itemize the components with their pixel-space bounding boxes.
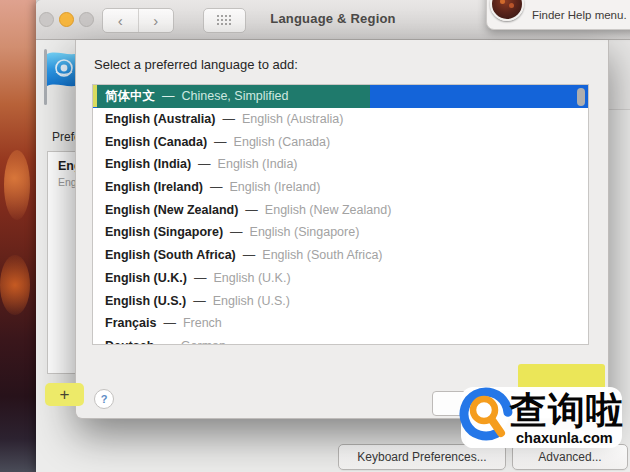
language-secondary: English (Australia) xyxy=(242,112,343,126)
annotation-highlight-yellow xyxy=(92,84,97,107)
language-primary: English (India) xyxy=(105,157,191,171)
language-list-item[interactable]: English (U.S.)—English (U.S.) xyxy=(93,289,588,312)
dash-separator: — xyxy=(198,157,211,171)
magnifier-logo-icon xyxy=(456,383,518,453)
language-primary: English (Australia) xyxy=(105,112,215,126)
language-secondary: German xyxy=(181,339,226,345)
language-secondary: English (Ireland) xyxy=(229,180,320,194)
language-list-item[interactable]: Deutsch—German xyxy=(93,335,588,345)
language-secondary: English (Canada) xyxy=(234,135,331,149)
language-secondary: English (U.K.) xyxy=(213,271,290,285)
language-list-item[interactable]: English (Canada)—English (Canada) xyxy=(93,130,588,153)
language-secondary: Chinese, Simplified xyxy=(182,89,289,103)
dash-separator: — xyxy=(162,89,175,103)
wallpaper-flower-highlight xyxy=(4,150,30,220)
language-primary: English (U.S.) xyxy=(105,294,186,308)
language-primary: 简体中文 xyxy=(105,88,155,105)
language-secondary: English (India) xyxy=(218,157,298,171)
language-secondary: English (U.S.) xyxy=(213,294,290,308)
dash-separator: — xyxy=(230,225,243,239)
tooltip-text: Finder Help menu. xyxy=(532,9,627,21)
language-primary: English (South Africa) xyxy=(105,248,236,262)
dash-separator: — xyxy=(194,271,207,285)
desktop-wallpaper xyxy=(0,0,36,472)
help-button[interactable]: ? xyxy=(94,389,114,409)
language-list-item[interactable]: English (India)—English (India) xyxy=(93,153,588,176)
language-secondary: English (New Zealand) xyxy=(265,203,391,217)
dash-separator: — xyxy=(210,180,223,194)
wallpaper-flower-highlight xyxy=(0,255,30,315)
language-list-item[interactable]: English (South Africa)—English (South Af… xyxy=(93,244,588,267)
language-primary: English (New Zealand) xyxy=(105,203,238,217)
language-primary: English (Canada) xyxy=(105,135,207,149)
dash-separator: — xyxy=(193,294,206,308)
language-list-item[interactable]: Français—French xyxy=(93,312,588,335)
language-list-item[interactable]: English (U.K.)—English (U.K.) xyxy=(93,267,588,290)
language-primary: English (Singapore) xyxy=(105,225,223,239)
scrollbar-thumb[interactable] xyxy=(577,88,585,106)
language-primary: Deutsch xyxy=(105,339,154,345)
dash-separator: — xyxy=(214,135,227,149)
dash-separator: — xyxy=(163,316,176,330)
watermark-domain: chaxunla.com xyxy=(516,430,613,446)
pane-background-band xyxy=(609,40,630,110)
language-list-item[interactable]: English (Singapore)—English (Singapore) xyxy=(93,221,588,244)
dash-separator: — xyxy=(243,248,256,262)
language-list-item[interactable]: English (New Zealand)—English (New Zeala… xyxy=(93,198,588,221)
dash-separator: — xyxy=(222,112,235,126)
watermark: 查询啦 chaxunla.com xyxy=(452,380,630,452)
language-primary: English (Ireland) xyxy=(105,180,203,194)
language-list-item[interactable]: English (Australia)—English (Australia) xyxy=(93,108,588,131)
language-list[interactable]: 简体中文—Chinese, SimplifiedEnglish (Austral… xyxy=(92,84,589,345)
dash-separator: — xyxy=(245,203,258,217)
finder-help-tooltip: Finder Help menu. xyxy=(486,0,630,30)
watermark-brand: 查询啦 xyxy=(510,386,624,436)
language-secondary: English (Singapore) xyxy=(250,225,360,239)
add-language-plus-button[interactable]: + xyxy=(45,383,84,406)
sheet-prompt: Select a preferred language to add: xyxy=(94,57,298,72)
language-secondary: English (South Africa) xyxy=(262,248,382,262)
language-list-item[interactable]: English (Ireland)—English (Ireland) xyxy=(93,176,588,199)
add-language-sheet: Select a preferred language to add: 简体中文… xyxy=(75,40,609,419)
language-list-item[interactable]: 简体中文—Chinese, Simplified xyxy=(93,85,588,108)
language-primary: Français xyxy=(105,316,156,330)
language-secondary: French xyxy=(183,316,222,330)
avatar-icon xyxy=(490,0,524,21)
dash-separator: — xyxy=(161,339,174,345)
language-primary: English (U.K.) xyxy=(105,271,187,285)
